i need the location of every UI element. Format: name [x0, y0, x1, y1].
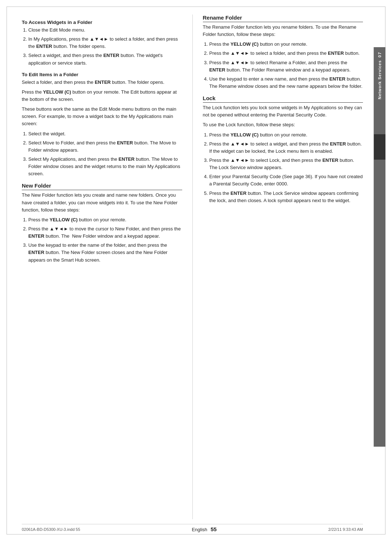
english-label: English	[192, 527, 207, 532]
lock-intro1: The Lock function lets you lock some wid…	[203, 104, 363, 119]
footer-filename: 02061A-BD-D5300-XU-3.indd 55	[22, 527, 80, 532]
list-item: Press the YELLOW (C) button on your remo…	[209, 131, 363, 139]
edit-items-list: Select the widget. Select Move to Folder…	[28, 130, 182, 178]
list-item: Press the YELLOW (C) button on your remo…	[28, 216, 182, 224]
new-folder-intro: The New Folder function lets you create …	[22, 192, 182, 213]
footer-timestamp: 2/22/11 9:33:43 AM	[328, 527, 363, 532]
lock-section: Lock The Lock function lets you lock som…	[203, 95, 363, 204]
list-item: In My Applications, press the ▲▼◄► to se…	[28, 36, 182, 50]
lock-list: Press the YELLOW (C) button on your remo…	[209, 131, 363, 204]
list-item: Use the keypad to enter a new name, and …	[209, 75, 363, 90]
rename-folder-title: Rename Folder	[203, 15, 363, 22]
list-item: Press the ENTER button. The Lock Service…	[209, 190, 363, 204]
list-item: Select the widget.	[28, 130, 182, 138]
new-folder-list: Press the YELLOW (C) button on your remo…	[28, 216, 182, 264]
list-item: Select a widget, and then press the ENTE…	[28, 52, 182, 66]
access-widgets-title: To Access Widgets in a Folder	[22, 20, 182, 25]
edit-items-title: To Edit Items in a Folder	[22, 72, 182, 77]
right-column: Rename Folder The Rename Folder function…	[192, 15, 363, 519]
sidebar-chapter-title: Network Services	[377, 60, 382, 99]
sidebar-tab: 07 Network Services	[374, 47, 385, 447]
access-widgets-list: Close the Edit Mode menu. In My Applicat…	[28, 26, 182, 67]
rename-folder-section: Rename Folder The Rename Folder function…	[203, 15, 363, 90]
list-item: Press the ▲▼◄► to select a folder, and t…	[209, 50, 363, 57]
sidebar-separator	[373, 47, 374, 447]
edit-items-section: To Edit Items in a Folder Select a folde…	[22, 72, 182, 178]
footer-center: English 55	[192, 526, 217, 532]
list-item: Select My Applications, and then press t…	[28, 156, 182, 177]
edit-items-para1: Select a folder, and then press the ENTE…	[22, 79, 182, 86]
access-widgets-section: To Access Widgets in a Folder Close the …	[22, 20, 182, 67]
rename-folder-intro: The Rename Folder function lets you rena…	[203, 24, 363, 38]
list-item: Close the Edit Mode menu.	[28, 26, 182, 34]
new-folder-title: New Folder	[22, 183, 182, 190]
list-item: Use the keypad to enter the name of the …	[28, 242, 182, 263]
list-item: Press the ▲▼◄► to select a widget, and t…	[209, 140, 363, 155]
page-number: 55	[211, 526, 217, 532]
list-item: Select Move to Folder, and then press th…	[28, 139, 182, 154]
sidebar-accent	[374, 134, 385, 160]
content-area: To Access Widgets in a Folder Close the …	[22, 15, 363, 519]
edit-items-para3: These buttons work the same as the Edit …	[22, 106, 182, 127]
list-item: Press the ▲▼◄► to move the cursor to New…	[28, 225, 182, 240]
edit-items-para2: Press the YELLOW (C) button on your remo…	[22, 89, 182, 103]
new-folder-section: New Folder The New Folder function lets …	[22, 183, 182, 263]
list-item: Enter your Parental Security Code (See p…	[209, 173, 363, 188]
rename-folder-list: Press the YELLOW (C) button on your remo…	[209, 41, 363, 90]
sidebar-chapter-number: 07	[377, 52, 382, 57]
left-column: To Access Widgets in a Folder Close the …	[22, 15, 192, 519]
lock-title: Lock	[203, 95, 363, 103]
footer: 02061A-BD-D5300-XU-3.indd 55 English 55 …	[22, 524, 363, 532]
lock-intro2: To use the Lock function, follow these s…	[203, 121, 363, 128]
list-item: Press the ▲▼◄► to select Lock, and then …	[209, 157, 363, 171]
list-item: Press the YELLOW (C) button on your remo…	[209, 41, 363, 48]
list-item: Press the ▲▼◄► to select Rename a Folder…	[209, 59, 363, 74]
